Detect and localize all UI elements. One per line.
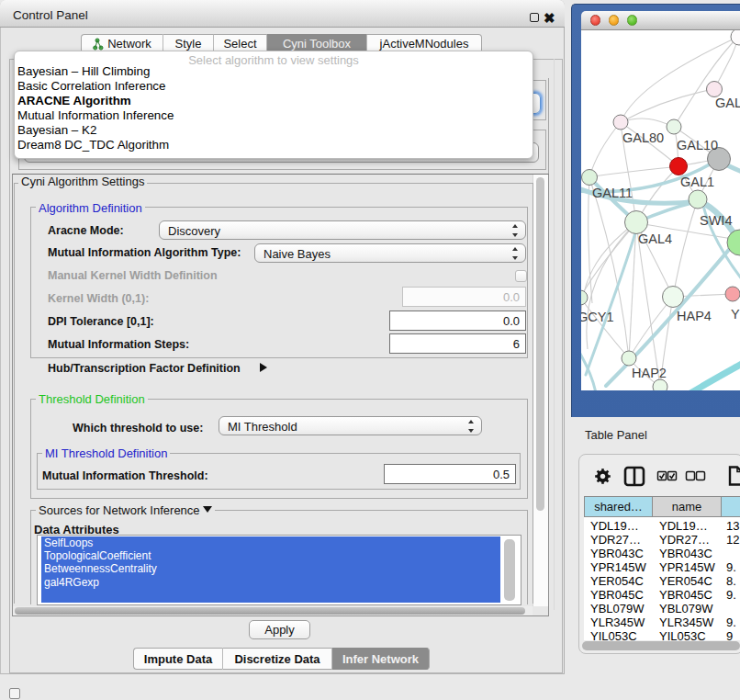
svg-text:GAL80: GAL80 [622, 130, 664, 145]
svg-text:GAL10: GAL10 [677, 138, 718, 152]
svg-text:GAL1: GAL1 [680, 175, 714, 189]
svg-text:GCY1: GCY1 [581, 310, 614, 324]
svg-text:GAL4: GAL4 [638, 231, 672, 246]
svg-text:HAP2: HAP2 [632, 366, 667, 380]
svg-text:GAL7: GAL7 [715, 96, 740, 110]
svg-text:SWI4: SWI4 [700, 213, 732, 228]
svg-text:Y: Y [731, 307, 740, 322]
svg-text:GAL11: GAL11 [592, 186, 633, 200]
svg-text:HAP4: HAP4 [677, 309, 712, 323]
